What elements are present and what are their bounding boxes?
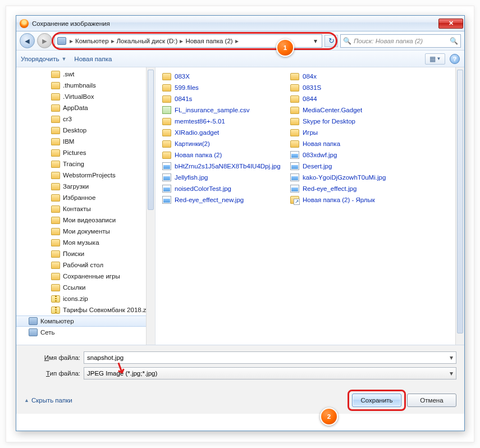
list-item[interactable]: memtest86+-5.01	[162, 116, 290, 127]
list-item[interactable]: 0844	[290, 93, 418, 104]
scrollbar-thumb[interactable]	[457, 70, 463, 333]
tree-item-label: Tracing	[63, 161, 84, 167]
tree-item[interactable]: Desktop	[16, 125, 155, 136]
list-item-label: Игры	[303, 129, 318, 136]
file-list-pane[interactable]: 083X599.files0841sFL_insurance_sample.cs…	[156, 67, 464, 345]
list-item[interactable]: Новая папка (2)	[162, 149, 290, 161]
hide-folders-link[interactable]: ▲ Скрыть папки	[24, 397, 72, 404]
zip-icon	[51, 307, 60, 314]
tree-item[interactable]: AppData	[16, 102, 155, 113]
tree-item[interactable]: .swt	[16, 68, 155, 80]
folder-icon	[290, 129, 299, 136]
breadcrumb-part[interactable]: Новая папка (2)	[185, 38, 232, 44]
tree-item[interactable]: Pictures	[16, 147, 155, 158]
help-button[interactable]: ?	[450, 54, 460, 64]
list-item[interactable]: Red-eye_effect_new.jpg	[162, 194, 290, 205]
chevron-right-icon[interactable]: ▸	[233, 37, 241, 45]
forward-button[interactable]: ►	[37, 33, 52, 48]
chevron-right-icon[interactable]: ▸	[177, 37, 185, 45]
tree-item[interactable]: Загрузки	[16, 181, 155, 192]
list-item-label: kako-YgoiDjGzowhT0uMi.jpg	[303, 174, 386, 181]
firefox-icon	[20, 19, 29, 28]
tree-item[interactable]: IBM	[16, 136, 155, 147]
new-folder-button[interactable]: Новая папка	[74, 56, 112, 62]
list-item[interactable]: Jellyfish.jpg	[162, 172, 290, 183]
tree-item[interactable]: .VirtualBox	[16, 91, 155, 102]
list-item-label: 0844	[303, 95, 317, 102]
tree-item[interactable]: Контакты	[16, 203, 155, 214]
chevron-right-icon[interactable]: ▸	[67, 37, 75, 45]
tree-item[interactable]: Рабочий стол	[16, 259, 155, 271]
list-item[interactable]: kako-YgoiDjGzowhT0uMi.jpg	[290, 172, 418, 183]
back-button[interactable]: ◄	[20, 33, 35, 48]
close-button[interactable]: ✕	[438, 19, 463, 29]
tree-item[interactable]: cr3	[16, 113, 155, 125]
organize-menu[interactable]: Упорядочить ▼	[21, 56, 66, 62]
list-item-label: 083xdwf.jpg	[303, 152, 337, 158]
list-item[interactable]: 084x	[290, 71, 418, 82]
save-label: Сохранить	[360, 397, 392, 404]
search-go-icon[interactable]: 🔍	[450, 37, 458, 45]
tree-item[interactable]: Мои документы	[16, 226, 155, 237]
list-item[interactable]: noisedColorTest.jpg	[162, 183, 290, 194]
tree-item[interactable]: WebstormProjects	[16, 170, 155, 181]
list-item[interactable]: MediaCenter.Gadget	[290, 104, 418, 116]
organize-label: Упорядочить	[21, 56, 59, 62]
tree-root-item[interactable]: Компьютер	[16, 316, 155, 327]
search-input[interactable]: 🔍 Поиск: Новая папка (2) 🔍	[340, 34, 461, 48]
filetype-select[interactable]: JPEG Image (*.jpg;*.jpg) ▾	[84, 367, 456, 380]
tree-item[interactable]: Поиски	[16, 248, 155, 259]
list-item[interactable]: 0831S	[290, 82, 418, 93]
tree-item[interactable]: Ссылки	[16, 282, 155, 293]
view-mode-button[interactable]: ▦ ▼	[425, 53, 445, 65]
refresh-button[interactable]: ↻	[324, 35, 338, 47]
tree-item[interactable]: .thumbnails	[16, 80, 155, 91]
tree-root-item[interactable]: Сеть	[16, 327, 155, 338]
tree-item[interactable]: Мои видеозаписи	[16, 214, 155, 226]
save-dialog: Сохранение изображения ✕ ◄ ► ▸ Компьютер…	[16, 15, 465, 431]
list-item[interactable]: Desert.jpg	[290, 161, 418, 172]
tree-item-label: Тарифы Совкомбанк 2018.zip	[63, 307, 152, 313]
tree-scrollbar[interactable]	[146, 67, 155, 345]
list-item[interactable]: Новая папка	[290, 138, 418, 149]
folder-icon	[162, 129, 171, 136]
list-item[interactable]: 599.files	[162, 82, 290, 93]
list-item-label: Jellyfish.jpg	[175, 174, 208, 181]
list-item[interactable]: Игры	[290, 127, 418, 138]
filename-input[interactable]: snapshot.jpg ▾	[84, 351, 456, 364]
cancel-button[interactable]: Отмена	[407, 394, 456, 407]
list-item[interactable]: 083xdwf.jpg	[290, 149, 418, 161]
breadcrumb-part[interactable]: Компьютер	[75, 38, 109, 44]
folder-icon	[51, 116, 60, 123]
image-file-icon	[162, 196, 171, 204]
breadcrumb-dropdown[interactable]: ▾	[312, 37, 321, 45]
chevron-down-icon[interactable]: ▾	[450, 369, 453, 377]
list-item[interactable]: bHtZrnu2s1J5aN8EX8Tb4IU4Dpj.jpg	[162, 161, 290, 172]
tree-item[interactable]: Тарифы Совкомбанк 2018.zip	[16, 304, 155, 316]
list-item[interactable]: FL_insurance_sample.csv	[162, 104, 290, 116]
chevron-right-icon[interactable]: ▸	[109, 37, 117, 45]
list-item[interactable]: XIRadio.gadget	[162, 127, 290, 138]
titlebar[interactable]: Сохранение изображения ✕	[16, 16, 464, 31]
list-item[interactable]: Red-eye_effect.jpg	[290, 183, 418, 194]
scrollbar-thumb[interactable]	[148, 70, 154, 210]
image-file-icon	[290, 162, 299, 170]
save-button[interactable]: Сохранить	[352, 394, 401, 407]
breadcrumb-part[interactable]: Локальный диск (D:)	[117, 38, 178, 44]
tree-item[interactable]: Tracing	[16, 158, 155, 170]
list-item[interactable]: 0841s	[162, 93, 290, 104]
tree-item[interactable]: Избранное	[16, 192, 155, 203]
list-item[interactable]: 083X	[162, 71, 290, 82]
tree-item-label: Поиски	[63, 250, 84, 257]
folder-icon	[51, 161, 60, 168]
tree-item[interactable]: icons.zip	[16, 293, 155, 304]
chevron-down-icon[interactable]: ▾	[450, 354, 453, 362]
list-item[interactable]: Картинки(2)	[162, 138, 290, 149]
list-scrollbar[interactable]	[455, 67, 464, 345]
folder-icon	[290, 95, 299, 103]
tree-item[interactable]: Сохраненные игры	[16, 271, 155, 282]
list-item[interactable]: Новая папка (2) - Ярлык	[290, 194, 418, 205]
tree-item[interactable]: Моя музыка	[16, 237, 155, 248]
list-item[interactable]: Skype for Desktop	[290, 116, 418, 127]
filename-bar: Имя файла: snapshot.jpg ▾ Тип файла: JPE…	[16, 345, 464, 387]
